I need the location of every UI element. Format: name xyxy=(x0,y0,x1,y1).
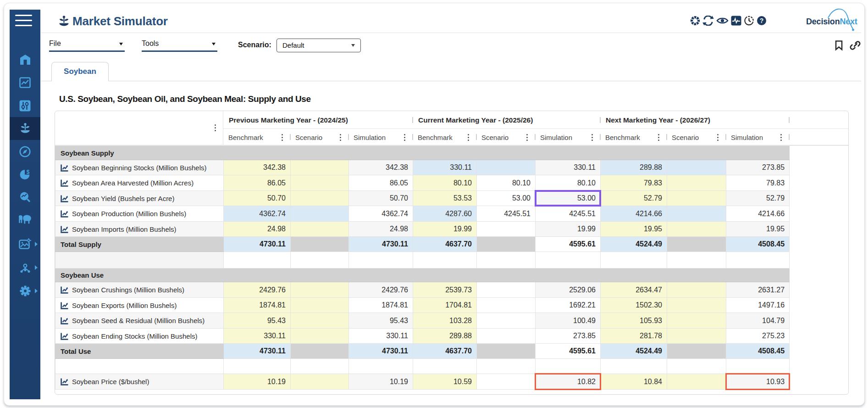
svg-text:$: $ xyxy=(26,169,29,175)
svg-text:?: ? xyxy=(760,17,764,24)
